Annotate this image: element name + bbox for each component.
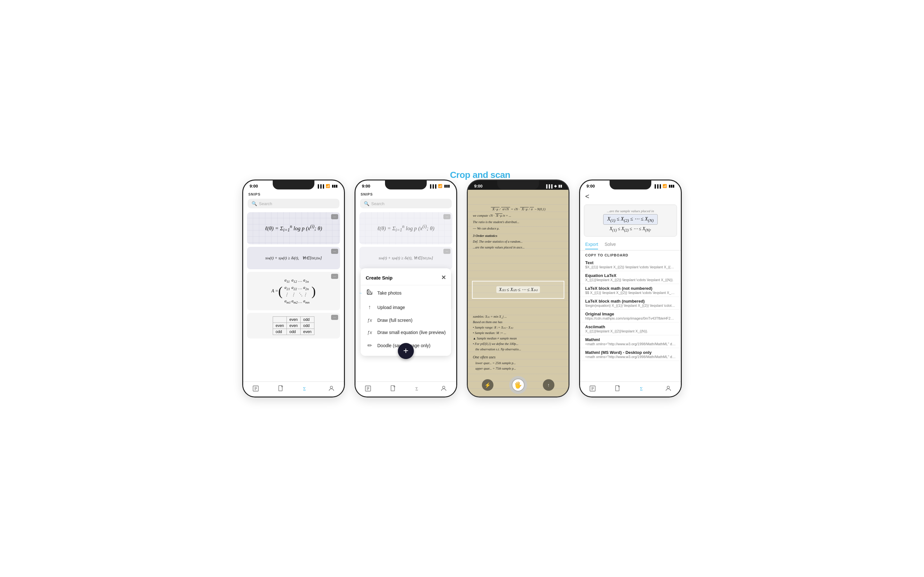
battery-icon-4: ▮▮▮ bbox=[669, 184, 674, 188]
status-icons-2: ▐▐▐ 📶 ▮▮▮ bbox=[429, 184, 450, 188]
snip-menu-3[interactable]: ··· bbox=[331, 274, 338, 279]
result-label-orig: Original Image bbox=[585, 311, 676, 316]
snip-item-2[interactable]: sin(t) + sjn(t) ≥ δi(t), ∀t∈[ti0,tin] ··… bbox=[247, 247, 340, 269]
result-value-block: $$ X_{(1)} \leqslant X_{(2)} \leqslant \… bbox=[585, 291, 676, 295]
upload-btn-camera[interactable]: ↑ bbox=[543, 379, 554, 391]
result-row-block-unnumbered[interactable]: LaTeX block math (not numbered) $$ X_{(1… bbox=[580, 284, 681, 297]
svg-point-6 bbox=[330, 386, 333, 388]
status-icons-4: ▐▐▐ 📶 ▮▮▮ bbox=[654, 184, 674, 188]
phone-results: 9:00 ▐▐▐ 📶 ▮▮▮ < ...are the sample value… bbox=[579, 179, 682, 398]
tab-profile-1[interactable] bbox=[328, 385, 335, 392]
battery-icon: ▮▮▮ bbox=[332, 184, 338, 188]
result-label-latex: Equation LaTeX bbox=[585, 273, 676, 278]
tab-snips-2[interactable] bbox=[365, 385, 372, 392]
snip-menu-4[interactable]: ··· bbox=[331, 315, 338, 320]
search-placeholder-2: Search bbox=[371, 201, 384, 206]
time-3: 9:00 bbox=[474, 184, 483, 189]
svg-text:Σ: Σ bbox=[303, 386, 306, 392]
tab-bar-2: Σ bbox=[355, 382, 456, 396]
tab-snips-1[interactable] bbox=[252, 385, 259, 392]
phone-create-snip: 9:00 ▐▐▐ 📶 ▮▮▮ SNIPS 🔍 Search ℓ(θ) = Σi=… bbox=[355, 179, 457, 398]
phone4-content: < ...are the sample values placed in X(1… bbox=[580, 190, 681, 382]
snip-menu-2-1[interactable]: ··· bbox=[443, 214, 451, 219]
result-math-display: ...are the sample values placed in X(1) … bbox=[603, 209, 658, 232]
phone-snips-list: 9:00 ▐▐▐ 📶 ▮▮▮ SNIPS 🔍 Search ℓ(θ) = Σi=… bbox=[242, 179, 345, 398]
result-row-block-numbered[interactable]: LaTeX block math (numbered) \begin{equat… bbox=[580, 297, 681, 309]
menu-item-draw-small[interactable]: ƒx Draw small equation (live preview) bbox=[360, 326, 451, 338]
snip-menu-2-2[interactable]: ··· bbox=[443, 249, 451, 254]
result-row-ascii[interactable]: Asciimath X_{(1)}\leqslant X_{(2)}\leqsl… bbox=[580, 322, 681, 335]
result-row-latex[interactable]: Equation LaTeX X_{(1)}\leqslant X_{(2)} … bbox=[580, 271, 681, 284]
result-label-text: Text bbox=[585, 260, 676, 265]
snip-menu-2[interactable]: ··· bbox=[331, 249, 338, 254]
annotation-title: Crop and scan bbox=[450, 170, 510, 180]
main-scene: Crop and scan 9:00 ▐▐▐ 📶 ▮▮▮ SNIPS 🔍 Sea… bbox=[242, 179, 682, 398]
result-row-mathml-word[interactable]: Mathml (MS Word) - Desktop only <math xm… bbox=[580, 348, 681, 361]
svg-point-14 bbox=[443, 386, 445, 388]
phone2-content: SNIPS 🔍 Search ℓ(θ) = Σi=1n log p (x(i);… bbox=[355, 190, 456, 382]
create-snip-title: Create Snip bbox=[366, 275, 393, 280]
capture-btn[interactable]: 🖐 bbox=[509, 376, 527, 394]
tab-formula-2[interactable]: Σ bbox=[415, 385, 422, 392]
back-btn[interactable]: < bbox=[580, 190, 681, 203]
crop-selection-box[interactable]: X₍₁₎ ≤ X₍₂₎ ≤ ⋯ ≤ X₍ₙ₎ bbox=[472, 281, 565, 299]
tab-export[interactable]: Export bbox=[585, 242, 598, 250]
search-bar-1[interactable]: 🔍 Search bbox=[248, 199, 339, 208]
result-label-ascii: Asciimath bbox=[585, 324, 676, 329]
result-value-mathml-word: <math xmlns="http://www.w3.org/1998/Math… bbox=[585, 355, 676, 359]
copy-section-title: COPY TO CLIPBOARD bbox=[580, 251, 681, 258]
time-1: 9:00 bbox=[250, 184, 258, 189]
phone-notch-2 bbox=[385, 181, 427, 189]
tab-solve[interactable]: Solve bbox=[604, 242, 615, 249]
fab-create-btn[interactable]: + bbox=[398, 343, 414, 359]
battery-icon-2: ▮▮▮ bbox=[444, 184, 450, 188]
tab-formula-4[interactable]: Σ bbox=[640, 385, 646, 392]
time-4: 9:00 bbox=[586, 184, 595, 189]
draw-full-icon: ƒx bbox=[366, 318, 373, 323]
result-row-mathml[interactable]: Mathml <math xmlns="http://www.w3.org/19… bbox=[580, 335, 681, 348]
signal-icon-2: ▐▐▐ bbox=[429, 184, 436, 188]
menu-item-take-photos[interactable]: → Take photos bbox=[360, 285, 451, 300]
signal-icon-4: ▐▐▐ bbox=[654, 184, 661, 188]
phone-camera: 9:00 ▐▐▐ ◈ ▮▮ X̄−μ/ σ/√N = √N · X̄−μ/σ ~… bbox=[467, 179, 569, 398]
snip-item-4[interactable]: even odd even even odd odd odd even bbox=[247, 313, 340, 338]
flash-btn[interactable]: ⚡ bbox=[482, 379, 493, 391]
menu-label-take-photos: Take photos bbox=[377, 290, 402, 295]
snip-item-2-2[interactable]: sin(t) + sjn(t) ≥ δi(t), ∀t∈[ti0,tin] ··… bbox=[359, 247, 452, 269]
snip-item-1[interactable]: ℓ(θ) = Σi=1n log p (x(i); θ) ··· bbox=[247, 212, 340, 244]
result-value-text: $X_{(1)} \leqslant X_{(2)} \leqslant \cd… bbox=[585, 265, 676, 269]
result-value-latex: X_{(1)}\leqslant X_{(2)} \leqslant \cdot… bbox=[585, 278, 676, 282]
crop-box-text: X₍₁₎ ≤ X₍₂₎ ≤ ⋯ ≤ X₍ₙ₎ bbox=[496, 286, 540, 293]
snip-menu-1[interactable]: ··· bbox=[331, 214, 338, 219]
menu-item-draw-full[interactable]: ƒx Draw (full screen) bbox=[360, 314, 451, 326]
tab-profile-2[interactable] bbox=[440, 385, 447, 392]
menu-item-upload[interactable]: ↑ Upload image bbox=[360, 300, 451, 314]
time-2: 9:00 bbox=[362, 184, 370, 189]
phone-notch-3 bbox=[497, 181, 539, 189]
snip-item-2-1[interactable]: ℓ(θ) = Σi=1n log p (x(i); θ) ··· bbox=[359, 212, 452, 244]
tab-pdf-2[interactable] bbox=[390, 385, 397, 392]
camera-viewfinder: X̄−μ/ σ/√N = √N · X̄−μ/σ ~ N(0,1) we com… bbox=[468, 190, 569, 396]
battery-icon-3: ▮▮ bbox=[558, 184, 562, 188]
camera-controls: ⚡ 🖐 ↑ bbox=[468, 376, 569, 394]
result-label-mathml: Mathml bbox=[585, 337, 676, 342]
result-label-numbered: LaTeX block math (numbered) bbox=[585, 299, 676, 303]
tab-profile-4[interactable] bbox=[665, 385, 672, 392]
result-value-ascii: X_{(1)}\leqslant X_{(2)}\leqslant X_{(N)… bbox=[585, 329, 676, 333]
search-bar-2[interactable]: 🔍 Search bbox=[360, 199, 452, 208]
result-row-orig[interactable]: Original Image https://cdn.mathpix.com/s… bbox=[580, 309, 681, 322]
result-row-text[interactable]: Text $X_{(1)} \leqslant X_{(2)} \leqslan… bbox=[580, 258, 681, 271]
upload-menu-icon: ↑ bbox=[366, 304, 373, 311]
snip-item-3[interactable]: A = ( a11a12…a1n a21a22…a2n ⋮⋮⋱⋮ am1am2…… bbox=[247, 272, 340, 310]
tab-snips-4[interactable] bbox=[589, 385, 596, 392]
tab-pdf-4[interactable] bbox=[614, 385, 622, 392]
close-menu-btn[interactable]: ✕ bbox=[441, 274, 446, 281]
wifi-icon: 📶 bbox=[326, 184, 330, 188]
search-placeholder-1: Search bbox=[259, 201, 272, 206]
tab-bar-1: Σ bbox=[243, 382, 344, 396]
phone-notch-4 bbox=[610, 181, 651, 189]
tab-pdf-1[interactable] bbox=[278, 385, 284, 392]
menu-label-draw-full: Draw (full screen) bbox=[377, 318, 413, 323]
tab-formula-1[interactable]: Σ bbox=[302, 385, 310, 392]
search-icon-2: 🔍 bbox=[364, 201, 369, 206]
